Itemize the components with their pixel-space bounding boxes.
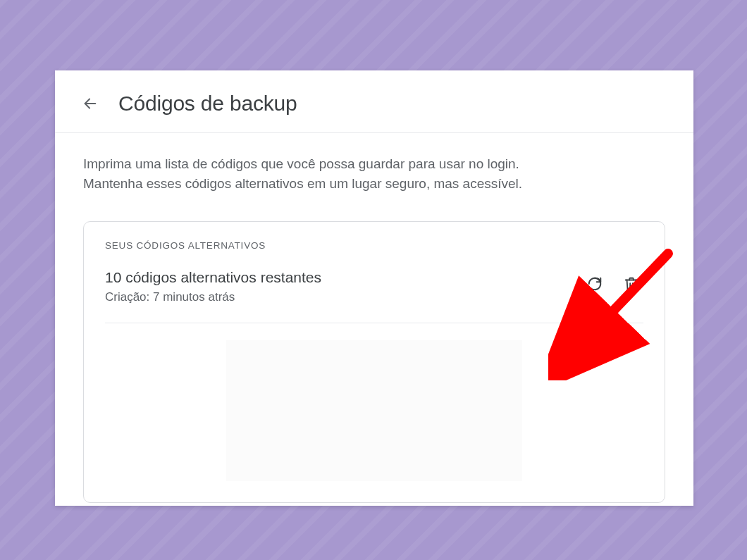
codes-created: Criação: 7 minutos atrás [105,290,321,304]
refresh-codes-button[interactable] [583,272,607,296]
codes-summary-row: 10 códigos alternativos restantes Criaçã… [105,269,643,323]
page-title: Códigos de backup [118,92,297,116]
description-line-2: Mantenha esses códigos alternativos em u… [83,174,576,194]
codes-actions [583,269,643,296]
codes-remaining: 10 códigos alternativos restantes [105,269,321,286]
header: Códigos de backup [55,70,693,133]
description: Imprima uma lista de códigos que você po… [55,133,605,193]
trash-icon [624,276,639,292]
settings-panel: Códigos de backup Imprima uma lista de c… [55,70,693,506]
backup-codes-card: SEUS CÓDIGOS ALTERNATIVOS 10 códigos alt… [83,221,665,503]
arrow-left-icon [82,96,98,111]
refresh-icon [587,276,603,292]
codes-list-placeholder [226,340,522,481]
codes-summary-text: 10 códigos alternativos restantes Criaçã… [105,269,321,304]
description-line-1: Imprima uma lista de códigos que você po… [83,154,576,174]
card-section-label: SEUS CÓDIGOS ALTERNATIVOS [105,240,643,251]
delete-codes-button[interactable] [619,272,643,296]
back-button[interactable] [80,94,100,113]
